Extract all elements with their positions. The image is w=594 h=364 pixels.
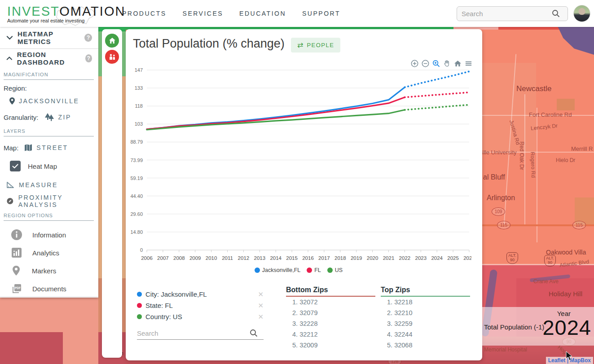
series-line-US[interactable] <box>147 110 405 130</box>
zip-item[interactable]: 2. 32210 <box>381 307 470 318</box>
top-navbar: INVESTOMATION Automate your real estate … <box>0 0 594 27</box>
ruler-triangle-icon <box>6 181 14 189</box>
map-style-selector[interactable]: Map: STREET <box>0 142 98 153</box>
population-line-chart[interactable]: 14713311810388.7973.9959.1944.4029.6014.… <box>126 64 471 266</box>
overlay-year-value: 2024 <box>542 315 591 340</box>
legend-label: FL <box>314 267 321 273</box>
x-tick-label: 2008 <box>173 255 185 261</box>
route-shield-alt90b: ALT.90 <box>544 255 556 267</box>
zip-item[interactable]: 5. 32009 <box>286 340 375 351</box>
x-tick-label: 2018 <box>334 255 346 261</box>
region-search[interactable] <box>137 329 264 340</box>
y-tick-label: 73.99 <box>130 158 143 163</box>
help-icon[interactable]: ? <box>84 34 92 42</box>
search-icon[interactable] <box>249 329 258 338</box>
sidebar-item-heatmap-metrics[interactable]: HEATMAP METRICS ? <box>0 32 98 43</box>
map-label-newcastle: Newcastle <box>516 84 551 93</box>
info-icon <box>11 229 22 241</box>
filter-state: State: FL ✕ <box>137 300 264 311</box>
series-line-Jacksonville,FL[interactable] <box>147 87 405 129</box>
series-projection-Jacksonville,FL[interactable] <box>405 71 469 87</box>
map-label-arlington: Arlington <box>487 194 515 202</box>
pan-hand-icon[interactable] <box>443 60 451 67</box>
home-reset-icon[interactable] <box>454 60 462 67</box>
divider <box>0 48 98 49</box>
x-tick-label: 2012 <box>238 255 250 261</box>
top-zips-title: Top Zips <box>381 286 470 297</box>
heatmap-toggle[interactable]: Heat Map <box>0 160 98 172</box>
people-button-rail[interactable] <box>105 50 119 64</box>
measure-tool[interactable]: MEASURE <box>0 180 98 190</box>
menu-icon[interactable] <box>465 60 472 67</box>
bottom-zips-title: Bottom Zips <box>286 286 375 297</box>
series-projection-FL[interactable] <box>405 92 469 97</box>
y-tick-label: 133 <box>135 85 143 91</box>
home-icon <box>109 37 116 44</box>
zip-item[interactable]: 4. 32212 <box>286 329 375 340</box>
divider <box>0 297 98 297</box>
granularity-selector[interactable]: Granularity: ZIP <box>0 111 98 123</box>
nav-services[interactable]: SERVICES <box>183 10 224 17</box>
zip-item[interactable]: 3. 32228 <box>286 318 375 329</box>
location-pin-icon <box>9 97 15 105</box>
region-selector[interactable]: JACKSONVILLE <box>0 95 98 107</box>
global-search-input[interactable] <box>462 10 551 18</box>
series-line-FL[interactable] <box>147 97 405 129</box>
legend-item-US[interactable]: US <box>327 267 343 273</box>
zip-item[interactable]: 1. 32218 <box>381 297 470 307</box>
top-zips-column: Top Zips 1. 32218 2. 32210 3. 32259 4. 3… <box>381 286 470 351</box>
x-tick-label: 2010 <box>206 255 217 261</box>
route-shield-115: 115 <box>497 221 510 229</box>
logo[interactable]: INVESTOMATION Automate your real estate … <box>0 4 112 23</box>
sidebar-item-documents[interactable]: PDF Documents <box>0 283 98 294</box>
region-search-input[interactable] <box>137 329 249 337</box>
main-nav: PRODUCTS SERVICES EDUCATION SUPPORT <box>122 10 340 17</box>
legend-item-FL[interactable]: FL <box>307 267 321 273</box>
legend-item-Jacksonville,FL[interactable]: Jacksonville,FL <box>255 267 300 273</box>
zip-item[interactable]: 2. 32079 <box>286 307 375 318</box>
search-icon[interactable] <box>551 9 560 18</box>
remove-filter-icon[interactable]: ✕ <box>258 302 264 310</box>
svg-text:PDF: PDF <box>15 286 21 289</box>
help-icon[interactable]: ? <box>85 54 92 62</box>
people-icon <box>108 53 116 61</box>
swap-arrows-icon: ⇄ <box>297 41 303 49</box>
sidebar-item-region-dashboard[interactable]: REGION DASHBOARD ? <box>0 53 98 64</box>
user-avatar[interactable] <box>573 5 590 22</box>
logo-text: INVESTOMATION <box>7 4 112 19</box>
sidebar-item-analytics[interactable]: Analytics <box>0 247 98 259</box>
zoom-out-icon[interactable] <box>422 60 429 67</box>
proximity-analysis-tool[interactable]: PROXIMITY ANALYSIS <box>0 196 98 206</box>
route-shield-109: 109 <box>492 207 505 216</box>
sidebar-item-information[interactable]: Information <box>0 229 98 241</box>
zoom-in-icon[interactable] <box>411 60 418 67</box>
sidebar-item-markers[interactable]: Markers <box>0 265 98 276</box>
home-button[interactable] <box>105 34 119 48</box>
map-label-memorial: Memorial Hospital <box>484 346 527 353</box>
zip-item[interactable]: 3. 32259 <box>381 318 470 329</box>
series-projection-US[interactable] <box>405 105 469 110</box>
checkbox-checked-icon[interactable] <box>10 161 21 171</box>
logo-tagline: Automate your real estate investing <box>7 18 112 23</box>
remove-filter-icon[interactable]: ✕ <box>258 313 264 321</box>
y-tick-label: 29.60 <box>130 211 143 217</box>
zip-item[interactable]: 1. 32072 <box>286 297 375 307</box>
zoom-select-icon[interactable] <box>432 60 440 67</box>
remove-filter-icon[interactable]: ✕ <box>258 290 264 298</box>
region-label: Region: <box>0 84 98 92</box>
nav-products[interactable]: PRODUCTS <box>122 10 167 17</box>
series-filter-list: City: Jacksonville,FL ✕ State: FL ✕ Coun… <box>137 289 264 340</box>
global-search[interactable] <box>457 6 568 21</box>
zip-item[interactable]: 5. 32068 <box>381 340 470 351</box>
nav-education[interactable]: EDUCATION <box>239 10 286 17</box>
section-region-options: REGION OPTIONS <box>4 213 94 221</box>
x-tick-label: 2011 <box>222 255 233 261</box>
x-tick-label: 2019 <box>351 255 362 261</box>
y-tick-label: 59.19 <box>130 175 143 181</box>
legend-dot <box>255 268 260 273</box>
left-sidebar: HEATMAP METRICS ? REGION DASHBOARD ? MAG… <box>0 27 98 298</box>
nav-support[interactable]: SUPPORT <box>302 10 340 17</box>
zip-item[interactable]: 4. 32244 <box>381 329 470 340</box>
people-category-button[interactable]: ⇄ PEOPLE <box>291 38 340 53</box>
tool-rail <box>102 29 122 358</box>
